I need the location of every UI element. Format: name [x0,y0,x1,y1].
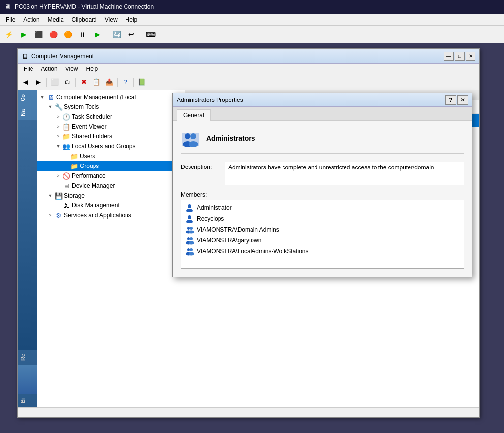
svg-point-14 [190,237,193,240]
svg-point-10 [190,227,193,230]
vm-start-button[interactable]: ▶ [17,28,31,41]
member-localadmins-icon [185,247,194,256]
tree-users[interactable]: 📁 Users [37,151,185,161]
cm-menu-action[interactable]: Action [37,65,61,73]
cm-strip-label-bi: Bi [18,394,37,407]
tree-event-viewer[interactable]: > 📋 Event Viewer [37,122,185,132]
tree-storage-expand[interactable]: ▼ [47,193,53,199]
cm-delete-button[interactable]: ✖ [78,76,90,88]
vm-shutdown-button[interactable]: 🔴 [46,28,60,41]
member-administrator[interactable]: Administrator [183,202,462,213]
member-localadmins-workstations[interactable]: VIAMONSTRA\LocalAdmins-WorkStations [183,246,462,257]
dialog-close-button[interactable]: ✕ [457,95,468,105]
vm-undo-button[interactable]: ↩ [125,28,138,41]
vm-reset-button[interactable]: 🔄 [110,28,124,41]
local-users-groups-icon: 👥 [63,142,70,150]
cm-menu-help[interactable]: Help [82,65,102,73]
cm-properties-button[interactable]: 📋 [91,76,102,88]
tree-system-tools-label: System Tools [64,103,99,110]
cm-forward-button[interactable]: ▶ [32,76,44,88]
tree-disk-management[interactable]: 🖧 Disk Management [37,200,185,210]
member-domain-admins-name: VIAMONSTRA\Domain Admins [197,226,279,233]
vm-menu-action[interactable]: Action [19,15,43,24]
member-recyclops[interactable]: Recyclops [183,213,462,224]
svg-point-8 [186,220,193,223]
vm-save-button[interactable]: 🟠 [61,28,75,41]
tree-root-label: Computer Management (Local [56,94,136,100]
dialog-controls: ? ✕ [445,95,468,105]
tree-services-apps-label: Services and Applications [64,212,131,219]
tree-root-expand[interactable]: ▼ [39,94,45,100]
member-domain-admins[interactable]: VIAMONSTRA\Domain Admins [183,224,462,235]
tree-shared-folders[interactable]: > 📁 Shared Folders [37,132,185,141]
tree-task-scheduler-expand[interactable]: > [55,114,61,120]
tree-local-users-groups[interactable]: ▼ 👥 Local Users and Groups [37,141,185,151]
cm-extra-button[interactable]: 📗 [136,76,148,88]
tree-disk-management-expand [55,202,61,208]
groups-folder-icon: 📁 [70,162,78,170]
dialog-members-section: Members: Administrator [181,191,464,269]
cm-menu-file[interactable]: File [20,65,37,73]
member-recyclops-name: Recyclops [197,215,224,222]
dialog-description-field: Description: Administrators have complet… [181,162,464,185]
vm-resume-button[interactable]: ▶ [91,28,104,41]
tab-general[interactable]: General [177,109,211,121]
event-viewer-icon: 📋 [63,123,70,131]
tree-system-tools-expand[interactable]: ▼ [47,104,53,110]
description-value[interactable]: Administrators have complete and unrestr… [225,162,464,185]
cm-show-console-button[interactable]: 🗂 [62,76,73,88]
cm-titlebar-icon: 🖥 [22,52,29,60]
tree-system-tools[interactable]: ▼ 🔧 System Tools [37,102,185,112]
vm-titlebar: 🖥 PC03 on HYPERVAMD - Virtual Machine Co… [0,0,504,14]
tree-groups-expand [63,163,69,169]
cm-title-text: Computer Management [32,53,444,60]
vm-pause-button[interactable]: ⏸ [76,28,90,41]
svg-point-2 [190,133,196,139]
tree-users-expand [63,153,69,159]
vm-toolbar: ⚡ ▶ ⬛ 🔴 🟠 ⏸ ▶ 🔄 ↩ ⌨ [0,26,504,43]
cm-export-button[interactable]: 📤 [103,76,115,88]
vm-menu-media[interactable]: Media [44,15,68,24]
vm-stop-button[interactable]: ⬛ [32,28,45,41]
vm-menu-clipboard[interactable]: Clipboard [67,15,100,24]
cm-menu-view[interactable]: View [62,65,82,73]
cm-minimize-button[interactable]: — [444,52,454,61]
cm-toolbar-sep-1 [46,78,47,87]
cm-show-hide-button[interactable]: ⬜ [49,76,61,88]
tree-services-apps[interactable]: > ⚙ Services and Applications [37,210,185,220]
cm-close-button[interactable]: ✕ [466,52,475,61]
tree-groups[interactable]: 📁 Groups [37,161,185,171]
vm-content: 🖥 Computer Management — □ ✕ File Action … [0,43,504,433]
tree-root[interactable]: ▼ 🖥 Computer Management (Local [37,92,185,102]
system-tools-icon: 🔧 [55,103,63,111]
vm-menu-view[interactable]: View [101,15,122,24]
tree-shared-folders-expand[interactable]: > [55,133,61,139]
svg-point-9 [187,227,190,230]
vm-power-icon[interactable]: ⚡ [2,28,16,41]
dialog-help-button[interactable]: ? [445,95,456,105]
shared-folders-icon: 📁 [63,133,70,140]
tree-local-users-expand[interactable]: ▼ [55,143,61,149]
cm-help-button[interactable]: ? [120,76,131,88]
tree-event-viewer-expand[interactable]: > [55,124,61,130]
tree-storage-label: Storage [64,192,85,199]
cm-back-button[interactable]: ◀ [20,76,32,88]
member-garytown[interactable]: VIAMONSTRA\garytown [183,235,462,246]
dialog-group-header: Administrators [181,129,464,154]
group-header-icon [181,129,200,148]
vm-menu-help[interactable]: Help [122,15,142,24]
tree-storage[interactable]: ▼ 💾 Storage [37,191,185,200]
tree-device-manager[interactable]: 🖥 Device Manager [37,181,185,191]
tree-services-apps-expand[interactable]: > [47,212,53,218]
vm-menu-file[interactable]: File [2,15,19,24]
vm-menubar: File Action Media Clipboard View Help [0,14,504,26]
tree-performance[interactable]: > 🚫 Performance [37,171,185,181]
tree-performance-label: Performance [72,172,106,179]
tree-task-scheduler[interactable]: > 🕐 Task Scheduler [37,112,185,122]
vm-keyboard-button[interactable]: ⌨ [144,28,158,41]
cm-tree-panel: ▼ 🖥 Computer Management (Local ▼ 🔧 Syste… [37,90,185,407]
cm-maximize-button[interactable]: □ [455,52,465,61]
task-scheduler-icon: 🕐 [63,113,70,121]
tree-performance-expand[interactable]: > [55,173,61,179]
tree-shared-folders-label: Shared Folders [72,133,112,140]
